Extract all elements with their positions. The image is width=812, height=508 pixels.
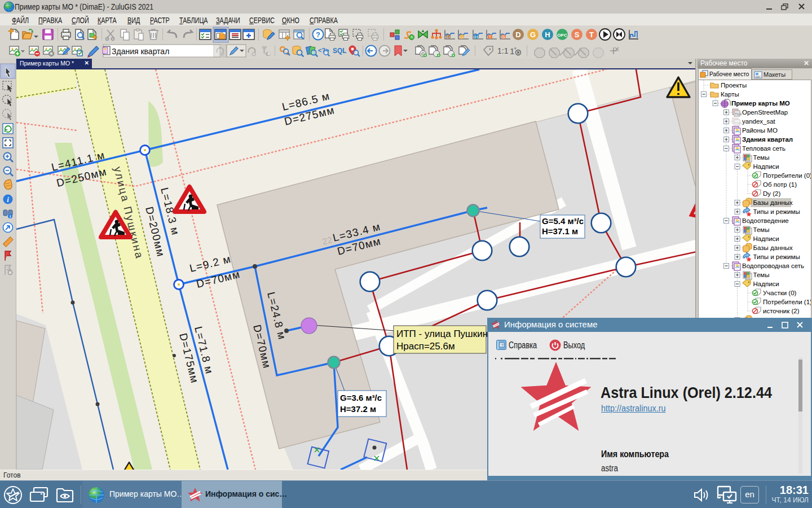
svg-text:Надписи: Надписи	[753, 281, 779, 287]
svg-text:G: G	[530, 30, 536, 39]
svg-text:G: G	[460, 34, 464, 40]
svg-text:OPC: OPC	[557, 33, 567, 38]
svg-text:T: T	[589, 30, 594, 39]
svg-text:SQL: SQL	[333, 47, 347, 55]
svg-text:S: S	[575, 30, 580, 39]
svg-text:Нрасп=25.6м: Нрасп=25.6м	[396, 341, 455, 352]
svg-text:Типы и режимы: Типы и режимы	[753, 253, 800, 260]
svg-text:Об потр (1): Об потр (1)	[763, 181, 797, 188]
svg-text:?: ?	[501, 343, 504, 348]
svg-text:Надписи: Надписи	[753, 163, 779, 170]
svg-text:Карты: Карты	[721, 91, 739, 98]
svg-text:Темы: Темы	[753, 154, 770, 161]
svg-text:D: D	[447, 34, 450, 40]
svg-text:H=37.2 м: H=37.2 м	[340, 404, 376, 414]
svg-text:1:1: 1:1	[497, 46, 509, 55]
svg-text:G=5.4 м³/с: G=5.4 м³/с	[542, 216, 584, 226]
svg-text:OpenStreetMap: OpenStreetMap	[742, 109, 788, 116]
svg-text:Участки (0): Участки (0)	[763, 290, 797, 296]
svg-text:D: D	[515, 30, 520, 39]
svg-text:Темы: Темы	[753, 226, 770, 233]
svg-text:Темы: Темы	[753, 271, 770, 278]
svg-text:yandex_sat: yandex_sat	[742, 118, 776, 125]
svg-text:Потребители (0): Потребители (0)	[763, 172, 811, 179]
svg-text:Районы МО: Районы МО	[742, 127, 778, 134]
svg-text:Проекты: Проекты	[721, 82, 747, 89]
svg-text:Здания квартал: Здания квартал	[112, 47, 169, 56]
svg-text:Типы и режимы: Типы и режимы	[753, 208, 800, 215]
svg-text:T: T	[489, 34, 492, 40]
svg-text:S: S	[502, 34, 505, 40]
svg-text:Пример карты МО: Пример карты МО	[731, 100, 790, 107]
svg-text:Здания квартал: Здания квартал	[742, 136, 793, 143]
svg-text:Тепловая сеть: Тепловая сеть	[742, 145, 785, 152]
svg-text:i: i	[7, 195, 9, 204]
svg-text:H=37.1 м: H=37.1 м	[542, 226, 578, 236]
svg-text:?: ?	[316, 30, 320, 39]
svg-text:G=3.6 м³/с: G=3.6 м³/с	[340, 393, 382, 402]
svg-text:Водоотведение: Водоотведение	[742, 217, 789, 224]
svg-text:Надписи: Надписи	[753, 235, 779, 242]
svg-text:H: H	[475, 34, 478, 40]
svg-text:Базы данных: Базы данных	[753, 244, 793, 251]
svg-text:ИТП - улица Пушкина: ИТП - улица Пушкина	[396, 329, 493, 339]
svg-text:источник (2): источник (2)	[763, 308, 800, 314]
svg-text:Водопроводная сеть: Водопроводная сеть	[742, 262, 804, 269]
svg-text:Потребители (1): Потребители (1)	[763, 299, 811, 305]
svg-text:H: H	[545, 30, 550, 39]
svg-text:i: i	[10, 214, 11, 219]
svg-text:Dy (2): Dy (2)	[763, 190, 780, 197]
svg-text:+: +	[514, 46, 517, 51]
svg-text:Базы данных: Базы данных	[753, 199, 793, 206]
